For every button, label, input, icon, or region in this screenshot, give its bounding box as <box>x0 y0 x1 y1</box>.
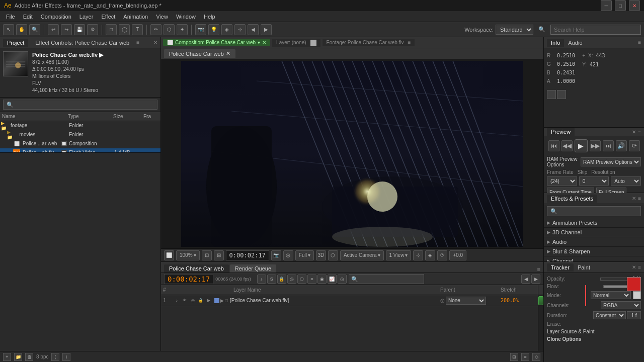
paint-color-swatch-red[interactable] <box>627 277 641 291</box>
menu-composition[interactable]: Composition <box>37 13 75 21</box>
parent-select[interactable]: None <box>446 297 486 305</box>
frame-rate-select[interactable]: (24) <box>547 176 577 186</box>
redo-tool[interactable]: ↪ <box>61 24 72 35</box>
effect-controls-tab[interactable]: Effect Controls: Police Chase Car web <box>31 39 133 47</box>
effect-group-header-3[interactable]: ▶ Blur & Sharpen <box>544 247 644 256</box>
camera-tool[interactable]: 📷 <box>195 24 206 35</box>
audio-tab[interactable]: Audio <box>564 39 586 47</box>
light-tool[interactable]: 💡 <box>208 24 219 35</box>
tl-motionblur-btn[interactable]: ◉ <box>317 275 327 284</box>
project-file-list[interactable]: Name Type Size Fra ▶ 📁 footage Folder ▶ … <box>0 112 160 152</box>
file-row[interactable]: ▶ 📁 _movies Folder <box>0 130 160 139</box>
tl-draft-btn[interactable]: ◷ <box>338 275 347 284</box>
layer-video-switch[interactable]: 👁 <box>181 297 188 304</box>
menu-window[interactable]: Window <box>172 13 200 21</box>
motion-blur-btn[interactable]: ◎ <box>283 250 293 260</box>
comp-viewer-dropdown[interactable]: ▾ <box>258 40 260 45</box>
effect-group-header-2[interactable]: ▶ Audio <box>544 237 644 246</box>
loop-btn[interactable]: ⟳ <box>629 140 640 151</box>
next-frame-btn[interactable]: ▶▶ <box>590 140 601 151</box>
trash-btn[interactable]: 🗑 <box>25 353 33 361</box>
tl-nav-prev[interactable]: ◀ <box>521 275 530 284</box>
layer-icon-btn[interactable]: ≡ <box>521 353 529 361</box>
tl-frameblend-btn[interactable]: ≡ <box>307 275 316 284</box>
move-tool[interactable]: ⊹ <box>234 24 246 35</box>
close-button[interactable]: ✕ <box>629 0 640 11</box>
clone-options[interactable]: Clone Options <box>547 336 641 342</box>
footage-viewer-tab[interactable]: Footage: Police Chase Car web.flv ≡ <box>323 39 415 46</box>
text-tool[interactable]: T <box>132 24 143 35</box>
minimize-button[interactable]: ─ <box>601 0 612 11</box>
zoom-tool[interactable]: 🔍 <box>29 24 40 35</box>
project-search-input[interactable] <box>3 100 157 110</box>
panel-menu-btn[interactable]: ≡ <box>136 40 139 45</box>
file-row[interactable]: FLV Police ...eb.flv 🔲 Flash Video 1.4 M… <box>0 148 160 152</box>
duration-frames-input[interactable] <box>627 311 641 319</box>
tl-solo-btn[interactable]: S <box>267 275 276 284</box>
project-tab[interactable]: Project <box>3 39 28 47</box>
info-tab[interactable]: Info <box>547 39 564 47</box>
tl-audio-btn[interactable]: ♪ <box>257 275 266 284</box>
menu-layer[interactable]: Layer <box>75 13 98 21</box>
layer-lock-switch[interactable]: 🔒 <box>197 297 204 304</box>
file-row[interactable]: ▶ 📁 footage Folder <box>0 121 160 130</box>
safe-margins-btn[interactable]: ⊞ <box>214 250 224 260</box>
tracker-tab[interactable]: Tracker <box>547 263 574 272</box>
next-frame[interactable]: ▶ <box>261 24 272 35</box>
effects-menu[interactable]: ≡ <box>638 196 641 201</box>
quality-select-btn[interactable]: Full ▾ <box>295 250 314 260</box>
shape-tool[interactable]: □ <box>106 24 117 35</box>
timeline-comp-tab[interactable]: Police Chase Car web <box>164 264 229 273</box>
pen-tool[interactable]: ✏ <box>150 24 162 35</box>
tl-collapse-btn[interactable]: ⬡ <box>297 275 306 284</box>
comp-name-close[interactable]: ✕ <box>226 50 230 57</box>
layer-viewer-tab[interactable]: Layer: (none) <box>272 39 320 47</box>
fit-to-window-btn[interactable]: ⊡ <box>202 250 212 260</box>
effects-search-input[interactable] <box>547 206 641 216</box>
panel-close-btn[interactable]: ✕ <box>153 40 157 45</box>
new-item-btn[interactable]: + <box>3 353 11 361</box>
effect-group-header-0[interactable]: ▶ Animation Presets <box>544 218 644 227</box>
tracker-close[interactable]: ✕ <box>632 264 636 270</box>
camera-icon[interactable]: 📷 <box>271 250 281 260</box>
stamp-tool[interactable]: ✦ <box>177 24 188 35</box>
viewer-snapshot-btn[interactable]: ⬜ <box>164 250 174 260</box>
prev-frame[interactable]: ◀ <box>248 24 259 35</box>
layer-expand-switch[interactable]: ▶ <box>205 297 212 304</box>
resolution-select[interactable]: Auto <box>611 176 641 186</box>
workspace-select[interactable]: Standard <box>496 25 533 35</box>
timeline-search-input[interactable] <box>349 274 424 284</box>
zoom-select-btn[interactable]: 100% ▾ <box>176 250 200 260</box>
maximize-button[interactable]: □ <box>615 0 626 11</box>
menu-view[interactable]: View <box>152 13 172 21</box>
save-tool[interactable]: 💾 <box>74 24 85 35</box>
info-panel-menu[interactable]: ≡ <box>638 40 641 45</box>
expand-btn[interactable]: ⟩ <box>62 353 70 361</box>
skip-select[interactable]: 0 <box>579 176 609 186</box>
layer-solo-switch[interactable]: ◎ <box>189 297 196 304</box>
effects-presets-tab[interactable]: Effects & Presets <box>547 195 597 203</box>
flow-btn[interactable]: ⟨ <box>51 353 59 361</box>
file-row[interactable]: ⬜ Police ...ar web 🔲 Composition <box>0 139 160 148</box>
grid-btn[interactable]: ⊹ <box>413 250 423 260</box>
menu-animation[interactable]: Animation <box>119 13 152 21</box>
render-btn[interactable]: ◈ <box>425 250 435 260</box>
add-new-btn[interactable]: ⊞ <box>510 353 518 361</box>
menu-effect[interactable]: Effect <box>97 13 119 21</box>
transparency-btn[interactable]: ⬡ <box>328 250 338 260</box>
3d-renderer-btn[interactable]: 3D <box>316 250 326 260</box>
shape2-tool[interactable]: ◯ <box>119 24 130 35</box>
tl-shy-btn[interactable]: ◎ <box>287 275 296 284</box>
tl-lock-btn[interactable]: 🔒 <box>277 275 286 284</box>
layer-row[interactable]: 1 ♪ 👁 ◎ 🔒 ▶ ▶ □ [Police <box>161 295 538 306</box>
tl-graph-btn[interactable]: 📈 <box>328 275 337 284</box>
folder-btn[interactable]: 📁 <box>14 353 22 361</box>
layer-audio-switch[interactable]: ♪ <box>173 297 180 304</box>
mask-tool[interactable]: ⬡ <box>164 24 175 35</box>
mode-select[interactable]: Normal <box>591 291 631 299</box>
duration-select[interactable]: Constant <box>593 311 626 319</box>
play-pause-btn[interactable]: ▶ <box>575 139 588 152</box>
menu-edit[interactable]: Edit <box>19 13 37 21</box>
ram-preview-select[interactable]: RAM Preview Options <box>581 157 641 166</box>
view-count-select[interactable]: 1 View ▾ <box>386 250 412 260</box>
